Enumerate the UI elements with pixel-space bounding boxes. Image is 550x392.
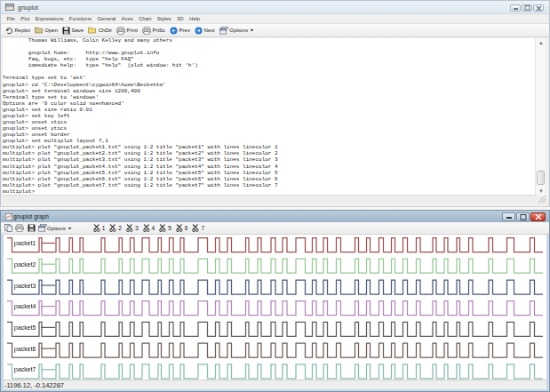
svg-text:packet5: packet5 xyxy=(14,324,36,332)
svg-text:packet7: packet7 xyxy=(14,366,36,373)
svg-text:packet2: packet2 xyxy=(14,261,36,268)
svg-text:packet3: packet3 xyxy=(14,283,36,290)
svg-text:packet1: packet1 xyxy=(14,240,36,247)
svg-text:packet6: packet6 xyxy=(14,346,36,353)
svg-text:packet4: packet4 xyxy=(14,303,36,310)
